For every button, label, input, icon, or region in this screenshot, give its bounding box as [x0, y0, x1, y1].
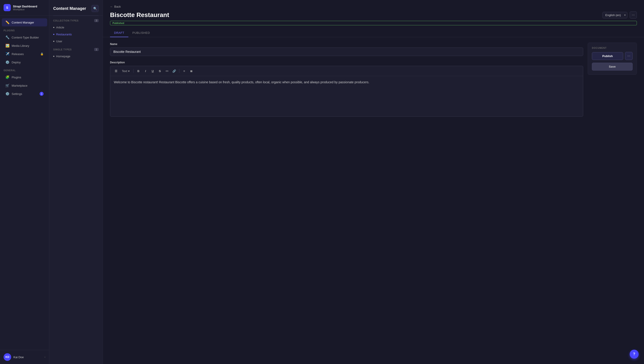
- cm-title: Content Manager: [53, 6, 86, 11]
- save-button[interactable]: Save: [592, 63, 632, 71]
- language-selector-wrapper: English (en): [602, 12, 628, 18]
- rich-editor: ☰ Text ▾ B I U S <> 🔗 ≡: [110, 66, 583, 117]
- lock-icon: 🔒: [40, 52, 44, 56]
- cm-item-user[interactable]: User: [49, 38, 103, 45]
- language-select[interactable]: English (en): [602, 12, 628, 18]
- single-types-count: 1: [94, 48, 98, 51]
- page-title: Biscotte Restaurant: [110, 12, 169, 19]
- cm-item-article[interactable]: Article: [49, 24, 103, 31]
- article-dot: [53, 27, 54, 28]
- homepage-dot: [53, 56, 54, 57]
- media-library-icon: 🖼️: [5, 44, 10, 48]
- sidebar-nav: ✏️ Content Manager PLUGINS 🔧 Content-Typ…: [0, 16, 49, 350]
- publish-more-button[interactable]: ···: [625, 52, 632, 60]
- single-types-header: SINGLE TYPES 1: [49, 45, 103, 53]
- toolbar-text-chevron-icon: ▾: [128, 69, 130, 73]
- toolbar-link-button[interactable]: 🔗: [171, 68, 177, 74]
- sidebar-footer: KD Kai Doe ‹: [0, 350, 49, 364]
- sidebar-item-deploy[interactable]: ⚙️ Deploy: [2, 58, 47, 66]
- rich-editor-content[interactable]: Welcome to Biscotte restaurant! Restaura…: [110, 76, 583, 116]
- toolbar-underline-button[interactable]: U: [150, 68, 156, 74]
- sidebar-item-label: Plugins: [12, 76, 21, 79]
- tab-draft[interactable]: DRAFT: [110, 29, 128, 37]
- document-panel: DOCUMENT Publish ··· Save: [588, 43, 637, 75]
- collapse-sidebar-button[interactable]: ‹: [44, 355, 46, 359]
- user-name: Kai Doe: [14, 355, 24, 359]
- cm-item-label: Homepage: [56, 55, 70, 58]
- cm-item-label: User: [56, 40, 62, 43]
- toolbar-align-left-button[interactable]: ☰: [113, 68, 119, 74]
- restaurants-dot: [53, 34, 54, 35]
- settings-badge: 1: [40, 92, 44, 96]
- sidebar-item-label: Releases: [12, 52, 24, 56]
- publish-row: Publish ···: [592, 52, 632, 60]
- editor-title-row: Biscotte Restaurant English (en) ···: [103, 12, 644, 21]
- cm-item-restaurants[interactable]: Restaurants: [49, 31, 103, 38]
- toolbar-text-select[interactable]: Text ▾: [120, 69, 132, 74]
- toolbar-bullet-list-button[interactable]: ≡: [181, 68, 188, 74]
- toolbar-ordered-list-button[interactable]: ≣: [188, 68, 194, 74]
- description-form-group: Description ☰ Text ▾ B I U S <>: [110, 61, 583, 117]
- sidebar-section-general: GENERAL: [0, 67, 49, 73]
- sidebar-item-label: Settings: [12, 92, 22, 96]
- back-button[interactable]: ← Back: [110, 5, 121, 8]
- toolbar-code-button[interactable]: <>: [164, 68, 170, 74]
- settings-icon: ⚙️: [5, 92, 10, 96]
- toolbar-bold-button[interactable]: B: [135, 68, 142, 74]
- content-manager-panel: Content Manager 🔍 COLLECTION TYPES 3 Art…: [49, 0, 103, 364]
- deploy-icon: ⚙️: [5, 60, 10, 64]
- sidebar-item-label: Content-Type Builder: [12, 36, 39, 39]
- single-types-label: SINGLE TYPES: [53, 48, 72, 51]
- sidebar-header: S Strapi Dashboard Workplace: [0, 0, 49, 16]
- sidebar-item-releases[interactable]: ✈️ Releases 🔒: [2, 50, 47, 58]
- sidebar-item-content-type-builder[interactable]: 🔧 Content-Type Builder: [2, 33, 47, 41]
- sidebar-item-plugins[interactable]: 🧩 Plugins: [2, 73, 47, 81]
- cm-item-homepage[interactable]: Homepage: [49, 53, 103, 60]
- toolbar-italic-button[interactable]: I: [142, 68, 149, 74]
- sidebar-item-label: Marketplace: [12, 84, 28, 87]
- editor-title-actions: English (en) ···: [602, 12, 637, 19]
- user-dot: [53, 41, 54, 42]
- content-type-builder-icon: 🔧: [5, 35, 10, 39]
- document-section-label: DOCUMENT: [592, 47, 632, 49]
- name-form-group: Name: [110, 43, 583, 56]
- toolbar-divider-2: [179, 69, 179, 73]
- back-arrow-icon: ←: [110, 5, 113, 8]
- sidebar-item-content-manager[interactable]: ✏️ Content Manager: [2, 18, 47, 27]
- plugins-icon: 🧩: [5, 75, 10, 79]
- edit-icon: ✏️: [5, 20, 10, 24]
- tabs-row: DRAFT PUBLISHED: [103, 29, 644, 37]
- sidebar: S Strapi Dashboard Workplace ✏️ Content …: [0, 0, 49, 364]
- sidebar-item-label: Deploy: [12, 61, 20, 64]
- collection-types-label: COLLECTION TYPES: [53, 20, 78, 22]
- help-button[interactable]: ?: [630, 350, 639, 359]
- toolbar-strikethrough-button[interactable]: S: [157, 68, 163, 74]
- description-label: Description: [110, 61, 583, 64]
- toolbar-text-label: Text: [122, 69, 127, 73]
- cm-item-label: Restaurants: [56, 33, 72, 36]
- sidebar-item-label: Media Library: [12, 44, 29, 48]
- collection-types-count: 3: [94, 19, 98, 22]
- sidebar-item-settings[interactable]: ⚙️ Settings 1: [2, 90, 47, 98]
- more-options-button[interactable]: ···: [630, 12, 637, 19]
- name-input[interactable]: [110, 48, 583, 56]
- publish-button[interactable]: Publish: [592, 52, 623, 60]
- sidebar-app-info: Strapi Dashboard Workplace: [13, 5, 37, 11]
- back-label: Back: [114, 5, 121, 8]
- releases-icon: ✈️: [5, 52, 10, 56]
- cm-search-button[interactable]: 🔍: [92, 5, 98, 12]
- marketplace-icon: 🛒: [5, 84, 10, 88]
- sidebar-item-marketplace[interactable]: 🛒 Marketplace: [2, 81, 47, 90]
- cm-header: Content Manager 🔍: [49, 0, 103, 16]
- toolbar-divider-1: [133, 69, 134, 73]
- sidebar-section-plugins: PLUGINS: [0, 27, 49, 33]
- rich-editor-toolbar: ☰ Text ▾ B I U S <> 🔗 ≡: [110, 66, 583, 76]
- main-editor-area: ← Back Biscotte Restaurant English (en) …: [103, 0, 644, 364]
- collection-types-header: COLLECTION TYPES 3: [49, 16, 103, 24]
- cm-item-label: Article: [56, 26, 64, 29]
- sidebar-item-label: Content Manager: [12, 21, 34, 24]
- sidebar-item-media-library[interactable]: 🖼️ Media Library: [2, 42, 47, 50]
- name-label: Name: [110, 43, 583, 46]
- editor-body: Name Description ☰ Text ▾ B I: [103, 37, 644, 364]
- tab-published[interactable]: PUBLISHED: [128, 29, 154, 37]
